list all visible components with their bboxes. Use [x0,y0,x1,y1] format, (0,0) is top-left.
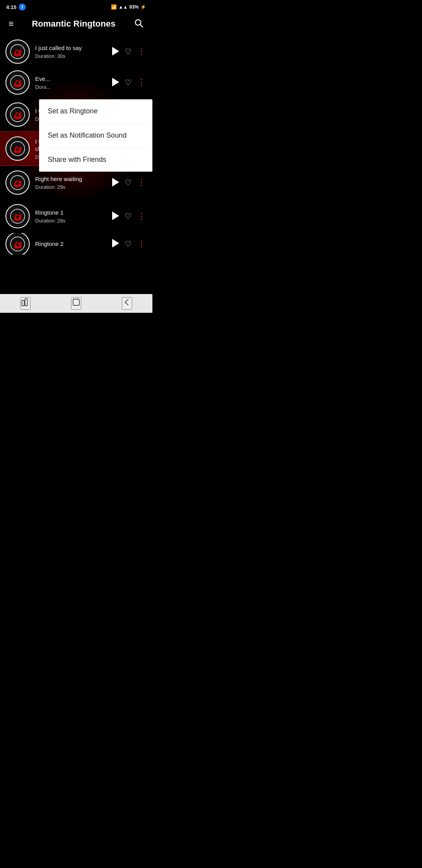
svg-point-9 [16,148,19,151]
recent-apps-icon [21,298,30,307]
song-item-with-menu: Eve... Dura... ♡ ⋮ Set as Ringtone Set a… [0,67,152,98]
share-option[interactable]: Share with Friends [39,148,152,172]
song-title: Eve... [35,75,106,83]
list-item: Ringtone 2 ♡ ⋮ [0,233,152,255]
play-icon [112,78,119,86]
search-icon [134,18,144,28]
song-info: Ringtone 2 [35,240,106,248]
facebook-icon: f [19,4,26,11]
song-art-icon [10,107,25,122]
song-thumbnail [5,136,30,161]
list-item: I just called to say Duration: 30s ♡ ⋮ [0,35,152,67]
song-thumbnail [5,102,30,127]
song-actions: ♡ ⋮ [111,46,147,57]
svg-rect-18 [73,299,79,305]
song-info: Eve... Dura... [35,75,106,90]
svg-point-0 [135,20,141,25]
song-info: Ringtone 1 Duration: 28s [35,209,106,224]
set-notification-option[interactable]: Set as Notification Sound [39,124,152,148]
favorite-button[interactable]: ♡ [124,47,132,56]
wifi-icon: 📶 [111,4,117,10]
back-button[interactable] [122,297,132,310]
svg-rect-17 [25,299,27,306]
song-title: Ringtone 1 [35,209,106,217]
song-art-icon [10,141,25,156]
song-title: I just called to say [35,44,106,52]
time-display: 4:15 [6,4,16,10]
home-icon [72,298,80,307]
song-info: Right here waiting Duration: 29s [35,175,106,190]
song-actions: ♡ ⋮ [111,177,147,188]
context-menu: Set as Ringtone Set as Notification Soun… [39,99,152,172]
svg-line-1 [140,25,143,27]
song-actions: ♡ ⋮ [111,238,147,249]
song-info: I just called to say Duration: 30s [35,44,106,59]
song-duration: Duration: 29s [35,184,106,190]
more-options-button[interactable]: ⋮ [136,47,147,57]
svg-point-13 [16,215,19,219]
song-thumbnail [5,39,30,64]
battery-display: 93% [129,4,139,10]
status-left: 4:15 f [6,4,26,11]
play-button[interactable] [111,211,120,222]
svg-rect-16 [22,300,24,306]
play-icon [112,178,119,187]
home-button[interactable] [71,297,81,310]
set-ringtone-option[interactable]: Set as Ringtone [39,99,152,124]
navigation-bar [0,294,152,313]
song-actions: ♡ ⋮ [111,77,147,88]
search-button[interactable] [132,16,145,31]
more-options-button[interactable]: ⋮ [136,77,147,88]
more-options-button[interactable]: ⋮ [136,239,147,249]
back-icon [123,298,131,307]
more-options-button[interactable]: ⋮ [136,211,147,221]
song-title: Right here waiting [35,175,106,183]
song-art-icon [10,209,25,224]
recent-apps-button[interactable] [20,297,30,310]
song-duration: Duration: 30s [35,53,106,59]
page-title: Romantic Ringtones [32,19,115,29]
svg-point-3 [16,51,19,54]
song-duration: Duration: 28s [35,218,106,224]
status-right: 📶 ▲▲ 93% ⚡ [111,4,146,10]
app-bar: ≡ Romantic Ringtones [0,13,152,35]
menu-button[interactable]: ≡ [7,18,15,30]
play-icon [112,47,119,56]
song-art-icon [10,44,25,59]
song-art-icon [10,175,25,190]
favorite-button[interactable]: ♡ [124,212,132,221]
play-button[interactable] [111,46,120,57]
play-icon [112,212,119,220]
song-art-icon [10,237,25,251]
play-button[interactable] [111,177,120,188]
svg-point-7 [16,114,19,117]
play-button[interactable] [111,238,120,249]
song-title: Ringtone 2 [35,240,106,248]
play-button[interactable] [111,77,120,88]
song-actions: ♡ ⋮ [111,211,147,222]
favorite-button[interactable]: ♡ [124,178,132,187]
favorite-button[interactable]: ♡ [124,239,132,249]
list-item: Ringtone 1 Duration: 28s ♡ ⋮ [0,199,152,233]
song-art-icon [10,75,25,90]
song-list: I just called to say Duration: 30s ♡ ⋮ E… [0,35,152,255]
svg-point-5 [16,82,19,85]
play-icon [112,239,119,247]
more-options-button[interactable]: ⋮ [136,178,147,188]
song-thumbnail [5,170,30,195]
status-bar: 4:15 f 📶 ▲▲ 93% ⚡ [0,0,152,13]
signal-icon: ▲▲ [118,4,128,10]
svg-point-11 [16,182,19,185]
song-thumbnail [5,233,30,255]
favorite-button[interactable]: ♡ [124,78,132,87]
svg-point-15 [16,243,19,246]
battery-icon: ⚡ [140,4,146,10]
list-item: Eve... Dura... ♡ ⋮ [0,67,152,98]
song-thumbnail [5,70,30,95]
song-duration: Dura... [35,84,106,90]
song-thumbnail [5,204,30,228]
